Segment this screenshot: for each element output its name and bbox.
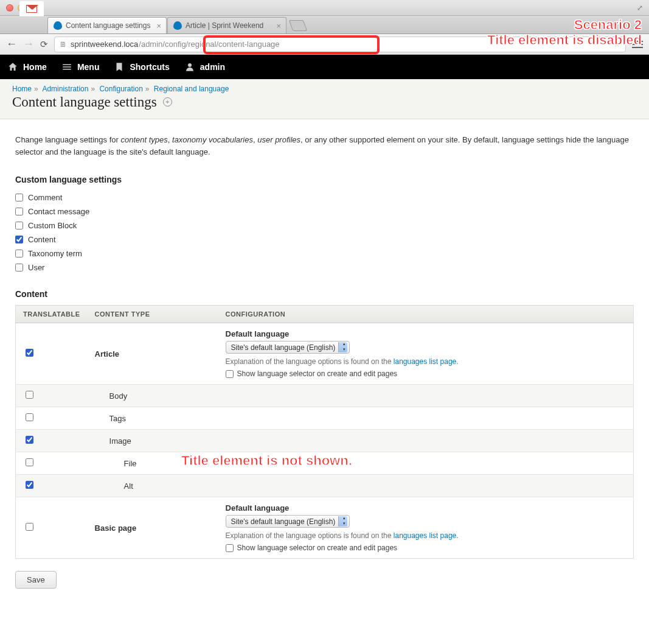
reload-button[interactable]: ⟳ [40,39,48,50]
intro-lead: Change language settings for [15,135,120,144]
breadcrumb-config[interactable]: Configuration [99,85,142,93]
hint-pre: Explanation of the language options is f… [226,531,394,540]
toolbar-shortcuts[interactable]: Shortcuts [114,61,169,72]
checkbox[interactable] [15,222,23,229]
expand-icon[interactable]: ⤢ [637,4,643,12]
breadcrumb: Home» Administration» Configuration» Reg… [12,85,637,93]
toolbar-menu[interactable]: Menu [61,61,100,72]
hint-pre: Explanation of the language options is f… [226,357,394,366]
entity-type-content[interactable]: Content [15,233,634,247]
toolbar-shortcuts-label: Shortcuts [130,62,169,72]
checkbox[interactable] [15,236,23,243]
entity-label: Taxonomy term [28,249,82,258]
toolbar-home-label: Home [23,62,47,72]
user-icon [184,61,195,72]
translatable-checkbox[interactable] [26,349,33,357]
bookmark-icon [114,61,125,72]
checkbox[interactable] [15,250,23,257]
toolbar-home[interactable]: Home [7,61,47,72]
entity-label: User [28,263,44,272]
drupal-icon [173,21,182,30]
translatable-checkbox[interactable] [26,413,33,421]
toolbar-user[interactable]: admin [184,61,225,72]
field-label: File [95,459,137,468]
back-button[interactable]: ← [6,38,17,51]
bookmark-star-icon[interactable]: ☆ [613,40,620,49]
browser-menu-icon[interactable] [632,41,643,48]
entity-type-list: Comment Contact message Custom Block Con… [15,191,634,275]
breadcrumb-regional[interactable]: Regional and language [154,85,229,93]
close-tab-icon[interactable]: × [156,21,161,30]
table-row-basic-page: Basic page Default language Site's defau… [16,497,634,559]
content-heading: Content [15,289,634,299]
breadcrumb-admin[interactable]: Administration [42,85,88,93]
toolbar-menu-label: Menu [77,62,100,72]
page-title: Content language settings [12,94,157,110]
languages-list-link[interactable]: languages list page [394,531,456,540]
entity-type-contact-message[interactable]: Contact message [15,205,634,219]
hint-post: . [456,357,458,366]
translatable-checkbox[interactable] [26,481,33,489]
entity-type-comment[interactable]: Comment [15,191,634,205]
tab-title: Content language settings [66,21,153,30]
bundle-label: Article [95,349,119,359]
browser-tab-active[interactable]: Content language settings × [47,17,167,33]
language-hint: Explanation of the language options is f… [226,357,626,366]
close-tab-icon[interactable]: × [276,21,281,30]
checkbox[interactable] [15,194,23,201]
default-language-select[interactable]: Site's default language (English) [226,515,350,528]
home-icon [7,61,18,72]
col-content-type: Content Type [88,306,218,323]
default-language-select[interactable]: Site's default language (English) [226,341,350,354]
checkbox[interactable] [15,264,23,271]
checkbox[interactable] [15,208,23,215]
intro-sep: , [168,135,172,144]
translatable-checkbox[interactable] [26,436,33,444]
show-language-selector[interactable]: Show language selector on create and edi… [226,369,626,378]
language-hint: Explanation of the language options is f… [226,531,626,540]
address-bar[interactable]: 🗎 sprintweekend.loca/admin/config/region… [54,37,626,52]
close-window-button[interactable] [6,4,13,12]
main-content: Change language settings for content typ… [0,119,649,603]
translatable-checkbox[interactable] [26,458,33,466]
browser-tab[interactable]: Article | Sprint Weekend × [167,17,286,33]
checkbox[interactable] [226,544,234,552]
page-icon: 🗎 [60,40,67,49]
intro-text: Change language settings for content typ… [15,134,634,158]
intro-em: user profiles [257,135,300,144]
help-icon[interactable]: + [163,97,172,107]
browser-tab-strip: Content language settings × Article | Sp… [0,16,649,34]
checkbox[interactable] [226,370,234,378]
window-titlebar: ⤢ [0,0,649,16]
translatable-checkbox[interactable] [26,391,33,399]
table-row-field-file: File [16,452,634,475]
col-translatable: Translatable [16,306,88,323]
show-selector-label: Show language selector on create and edi… [237,544,398,552]
new-tab-button[interactable] [289,20,308,31]
toolbar-user-label: admin [200,62,225,72]
tab-title: Article | Sprint Weekend [186,21,272,30]
field-label: Tags [95,414,126,423]
default-language-label: Default language [226,503,626,513]
languages-list-link[interactable]: languages list page [394,357,456,366]
entity-type-taxonomy-term[interactable]: Taxonomy term [15,247,634,261]
breadcrumb-home[interactable]: Home [12,85,32,93]
field-label: Image [95,436,131,446]
content-config-table: Translatable Content Type Configuration … [15,305,634,559]
browser-toolbar: ← → ⟳ 🗎 sprintweekend.loca/admin/config/… [0,34,649,55]
annotation-highlight-box [203,35,380,54]
save-button[interactable]: Save [15,571,57,589]
entity-type-user[interactable]: User [15,261,634,275]
translatable-checkbox[interactable] [26,523,33,531]
entity-type-custom-block[interactable]: Custom Block [15,219,634,233]
menu-icon [61,61,72,72]
show-language-selector[interactable]: Show language selector on create and edi… [226,544,626,552]
forward-button[interactable]: → [23,38,34,51]
default-language-select-wrap: Site's default language (English) [226,341,350,354]
pinned-tab-gmail[interactable] [19,1,44,16]
default-language-label: Default language [226,329,626,338]
admin-toolbar: Home Menu Shortcuts admin [0,55,649,79]
intro-em: content types [120,135,167,144]
drupal-icon [53,21,62,30]
bundle-label: Basic page [95,523,137,533]
